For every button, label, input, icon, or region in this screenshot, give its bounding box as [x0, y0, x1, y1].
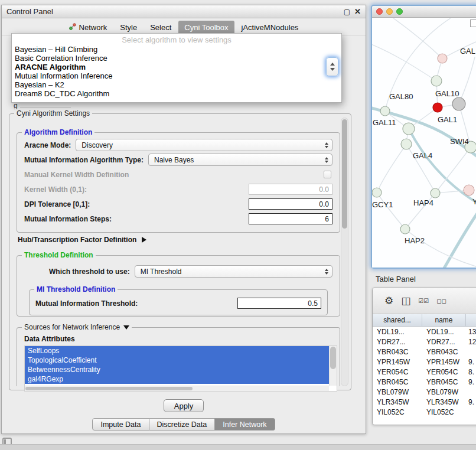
birdseye-corner-box[interactable]	[470, 19, 476, 27]
table-row[interactable]: YLR345WYLR345W9.	[373, 397, 476, 407]
float-window-icon[interactable]: ▢	[344, 8, 350, 15]
table-cell: YPR145W	[422, 357, 466, 367]
algorithm-option-bayesian-hill-climbing[interactable]: Bayesian – Hill Climbing	[12, 45, 341, 54]
bottom-tab-impute-data[interactable]: Impute Data	[92, 418, 149, 431]
mi-steps-field[interactable]	[249, 213, 332, 224]
hub-tf-definition-toggle[interactable]: Hub/Transcription Factor Definition	[18, 236, 146, 244]
table-row[interactable]: YBR043CYBR043C	[373, 347, 476, 357]
algorithm-option-dream8-dc-tdc-algorithm[interactable]: Dream8 DC_TDC Algorithm	[12, 89, 341, 98]
network-edge[interactable]	[389, 18, 442, 58]
attribute-list[interactable]: SelfLoopsTopologicalCoefficientBetweenne…	[24, 345, 337, 392]
table-row[interactable]: YDR27...YDR27...12	[373, 337, 476, 347]
threshold-definition-title: Threshold Definition	[22, 251, 96, 259]
algorithm-definition-group: Algorithm Definition Aracne Mode: Discov…	[17, 132, 340, 233]
attribute-list-vscrollbar[interactable]	[329, 346, 337, 386]
hub-tf-definition-label: Hub/Transcription Factor Definition	[18, 236, 136, 244]
node-label: GAL	[460, 47, 475, 56]
node-label: HAP2	[405, 236, 425, 245]
minimize-button[interactable]	[386, 8, 393, 15]
network-canvas[interactable]: GALGAL80GAL10GAL11GAL1SWI4GAL4GCY1HAP4YH…	[372, 18, 476, 268]
tab-network[interactable]: Network	[63, 21, 113, 34]
table-row[interactable]: YBL079WYBL079W	[373, 387, 476, 397]
expanded-arrow-icon	[123, 325, 129, 330]
mi-steps-label: Mutual Information Steps:	[24, 215, 112, 223]
clear-selection-icon[interactable]: ◻◻	[436, 296, 446, 306]
spinner-up-icon	[330, 63, 335, 66]
network-node[interactable]	[431, 76, 442, 86]
attribute-item-betweennesscentrality[interactable]: BetweennessCentrality	[25, 365, 329, 374]
network-node[interactable]	[438, 54, 447, 63]
table-row[interactable]: YIL052CYIL052C	[373, 407, 476, 417]
network-node[interactable]	[401, 139, 412, 149]
network-edge[interactable]	[459, 57, 475, 104]
attribute-item-topologicalcoefficient[interactable]: TopologicalCoefficient	[25, 356, 329, 365]
table-cell: YBL079W	[422, 387, 466, 397]
column-header-name[interactable]: name	[422, 314, 466, 326]
settings-scrollbar[interactable]	[341, 118, 348, 386]
table-cell: 13	[466, 327, 476, 337]
dropdown-items: Bayesian – Hill ClimbingBasic Correlatio…	[12, 45, 341, 98]
network-node[interactable]	[400, 224, 410, 234]
network-edge[interactable]	[405, 229, 476, 268]
algorithm-option-mutual-information-inference[interactable]: Mutual Information Inference	[12, 71, 341, 80]
network-window-titlebar[interactable]	[372, 6, 476, 18]
tab-style[interactable]: Style	[114, 21, 143, 34]
attribute-list-hscrollbar[interactable]	[25, 386, 329, 391]
column-chooser-icon[interactable]: ◫	[401, 296, 410, 306]
attribute-item-selfloops[interactable]: SelfLoops	[25, 346, 329, 356]
network-edge[interactable]	[372, 43, 436, 81]
collapsed-arrow-icon	[142, 237, 146, 243]
mi-threshold-field[interactable]	[237, 298, 321, 309]
algorithm-dropdown-popup: Select algorithm to view settings Bayesi…	[11, 33, 342, 103]
network-edge[interactable]	[377, 193, 405, 229]
apply-button[interactable]: Apply	[164, 399, 204, 412]
kernel-width-field[interactable]	[249, 184, 332, 195]
zoom-button[interactable]	[396, 8, 403, 15]
combo-arrows-icon	[325, 157, 328, 163]
network-edge[interactable]	[377, 144, 406, 193]
bottom-window-edge	[0, 444, 476, 450]
node-label: GAL4	[413, 151, 432, 160]
spinner-down-icon	[330, 68, 335, 71]
bottom-tab-infer-network[interactable]: Infer Network	[215, 418, 275, 431]
tab-cyni-toolbox[interactable]: Cyni Toolbox	[178, 21, 234, 34]
network-node[interactable]	[431, 188, 440, 198]
network-node[interactable]	[403, 123, 415, 135]
network-node[interactable]	[452, 97, 465, 110]
node-label: GAL11	[373, 118, 396, 127]
network-node[interactable]	[433, 103, 442, 112]
select-all-icon[interactable]: ☑☑	[418, 296, 429, 306]
aracne-mode-select[interactable]: Discovery	[76, 139, 332, 151]
node-label: GCY1	[372, 200, 393, 209]
algorithm-combo-spinner[interactable]	[326, 57, 338, 76]
network-node[interactable]	[464, 185, 474, 195]
network-node[interactable]	[372, 188, 382, 197]
bottom-tab-bar: Impute DataDiscretize DataInfer Network	[2, 418, 366, 431]
algorithm-option-aracne-algorithm[interactable]: ARACNE Algorithm	[12, 63, 341, 71]
algorithm-option-bayesian-k2[interactable]: Bayesian – K2	[12, 80, 341, 89]
control-panel-titlebar[interactable]: Control Panel ▢✕	[2, 5, 366, 18]
bottom-tab-discretize-data[interactable]: Discretize Data	[149, 418, 216, 431]
manual-kernel-checkbox[interactable]	[324, 171, 331, 178]
which-threshold-select[interactable]: MI Threshold	[135, 265, 332, 278]
column-header-shared[interactable]: shared...	[373, 314, 422, 326]
tab-jactivemnodules[interactable]: jActiveMNodules	[236, 21, 305, 34]
table-row[interactable]: YPR145WYPR145W9.	[373, 357, 476, 367]
close-button[interactable]	[376, 8, 383, 15]
sources-toggle[interactable]: Sources for Network Inference	[22, 323, 132, 331]
mi-type-select[interactable]: Naive Bayes	[148, 154, 332, 166]
dpi-tolerance-field[interactable]	[249, 198, 332, 210]
network-node[interactable]	[380, 106, 390, 116]
table-cell: YBR043C	[422, 347, 466, 357]
network-edge[interactable]	[442, 208, 476, 268]
table-cell: YLR345W	[373, 397, 422, 407]
table-row[interactable]: YER054CYER054C8.	[373, 367, 476, 377]
table-row[interactable]: YBR045CYBR045C9.	[373, 377, 476, 387]
column-header-extra[interactable]	[466, 314, 476, 326]
close-window-icon[interactable]: ✕	[354, 8, 361, 15]
algorithm-option-basic-correlation-inference[interactable]: Basic Correlation Inference	[12, 54, 341, 63]
table-row[interactable]: YDL19...YDL19...13	[373, 327, 476, 337]
tab-select[interactable]: Select	[144, 21, 177, 34]
settings-gear-icon[interactable]: ⚙	[384, 296, 393, 306]
attribute-item-gal4rgexp[interactable]: gal4RGexp	[25, 374, 329, 384]
